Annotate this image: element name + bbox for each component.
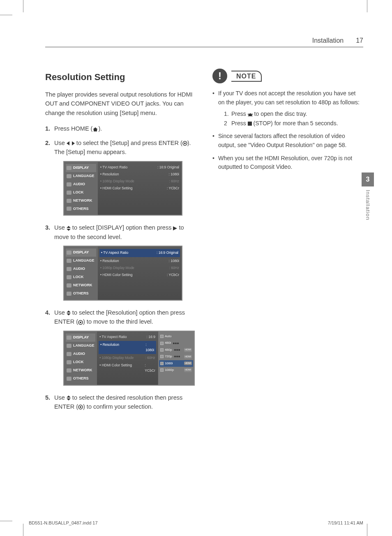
left-right-arrows-icon: [67, 141, 75, 145]
resolution-popup: Auto 480i 480pHDMI 720pHDMI 1080iHDMI 10…: [158, 331, 194, 385]
chapter-number: 3: [362, 173, 374, 186]
enter-icon: [78, 320, 83, 325]
osd-sidebar: DISPLAY LANGUAGE AUDIO LOCK NETWORK OTHE…: [64, 162, 98, 215]
step-4: 4. Use to select the [Resolution] option…: [45, 308, 196, 386]
svg-point-15: [80, 406, 81, 408]
eject-icon: [248, 113, 253, 116]
osd-screenshot-3: DISPLAY LANGUAGE AUDIO LOCK NETWORK OTHE…: [63, 331, 195, 386]
step-1: 1. Press HOME ().: [45, 124, 196, 133]
note-header: ! NOTE: [212, 69, 363, 83]
right-arrow-icon: [173, 226, 177, 230]
svg-point-4: [184, 143, 186, 144]
svg-marker-7: [173, 226, 177, 230]
header-page-number: 17: [356, 37, 363, 44]
page-footer: BD551-N.BUSALLP_0487.indd 17 7/19/11 11:…: [29, 520, 363, 525]
footer-filename: BD551-N.BUSALLP_0487.indd 17: [29, 520, 98, 525]
svg-marker-1: [67, 141, 69, 145]
note-list: If your TV does not accept the resolutio…: [212, 89, 363, 172]
up-down-arrows-icon: [67, 396, 71, 400]
note-item-1: If your TV does not accept the resolutio…: [212, 89, 363, 128]
stop-icon: [248, 122, 252, 126]
svg-marker-2: [72, 141, 75, 145]
enter-icon: [78, 405, 83, 409]
step-5: 5. Use to select the desired resolution …: [45, 393, 196, 412]
enter-icon: [182, 141, 187, 146]
page-header: Installation 17: [45, 37, 363, 47]
step-2: 2. Use to select the [Setup] and press E…: [45, 138, 196, 216]
svg-marker-8: [67, 311, 71, 313]
note-title: NOTE: [231, 71, 262, 82]
section-title: Resolution Setting: [45, 72, 196, 83]
svg-marker-5: [67, 226, 71, 228]
up-down-arrows-icon: [67, 226, 71, 231]
svg-point-11: [80, 322, 81, 323]
note-item-3: When you set the HDMI Resolution, over 7…: [212, 154, 363, 172]
up-down-arrows-icon: [67, 311, 71, 315]
svg-marker-9: [67, 313, 71, 315]
home-icon: [92, 127, 98, 132]
steps-list: 1. Press HOME (). 2. Use to select the […: [45, 124, 196, 411]
osd-screenshot-1: DISPLAY LANGUAGE AUDIO LOCK NETWORK OTHE…: [63, 161, 182, 216]
osd-screenshot-2: DISPLAY LANGUAGE AUDIO LOCK NETWORK OTHE…: [63, 246, 182, 301]
alert-icon: !: [212, 69, 227, 83]
step-3: 3. Use to select [DISPLAY] option then p…: [45, 223, 196, 301]
svg-marker-12: [67, 396, 71, 398]
intro-paragraph: The player provides several output resol…: [45, 90, 196, 117]
side-tab: 3 Installation: [362, 173, 374, 220]
header-section: Installation: [312, 37, 344, 44]
svg-marker-6: [67, 229, 71, 231]
svg-marker-0: [93, 127, 98, 131]
chapter-label: Installation: [365, 190, 371, 220]
svg-marker-13: [67, 398, 71, 400]
note-item-2: Since several factors affect the resolut…: [212, 132, 363, 150]
footer-timestamp: 7/19/11 11:41 AM: [328, 520, 363, 525]
